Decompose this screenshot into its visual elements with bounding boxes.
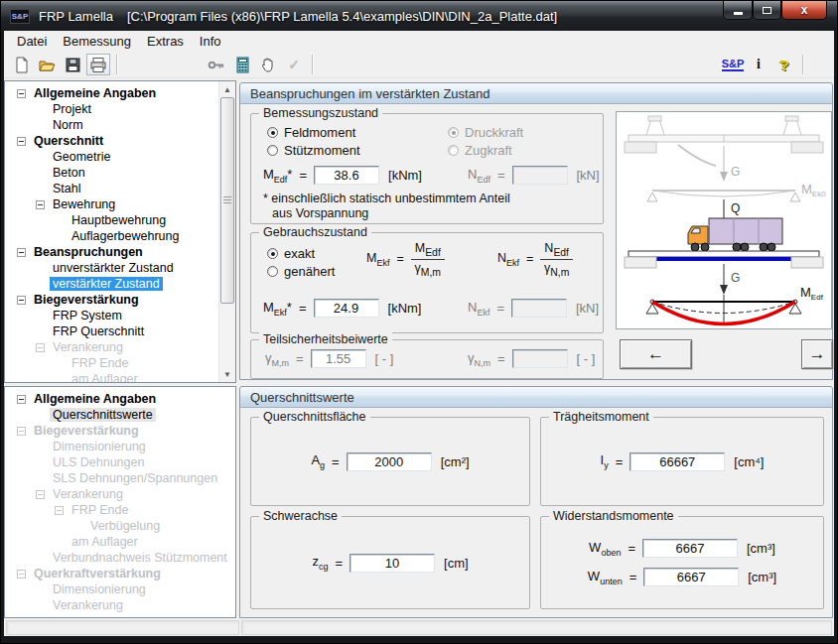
key-icon xyxy=(208,57,225,73)
previous-button[interactable]: ← xyxy=(620,339,692,369)
tree-item[interactable]: Verbundnachweis Stützmoment xyxy=(5,550,235,566)
expander-minus-icon[interactable] xyxy=(17,89,26,98)
title-bar: S&P FRP Lamella [C:\Program Files (x86)\… xyxy=(1,1,837,31)
status-cell-left xyxy=(6,620,239,635)
tree-item[interactable]: Biegeverstärkung xyxy=(5,292,217,308)
close-button[interactable]: x xyxy=(781,1,827,20)
navigation-tree-results: Allgemeine AngabenQuerschnittswerteBiege… xyxy=(4,386,236,618)
tree-item[interactable]: Biegeverstärkung xyxy=(5,423,235,439)
medf-input[interactable]: 38.6 xyxy=(314,166,379,185)
gamma-nm-field: γN,m = [ - ] xyxy=(468,349,595,368)
menu-bemessung[interactable]: Bemessung xyxy=(55,32,139,51)
tree-item[interactable]: verstärkter Zustand xyxy=(5,276,217,292)
tree-item[interactable]: Allgemeine Angaben xyxy=(5,391,235,407)
ag-input: 2000 xyxy=(347,452,432,471)
group-schwerachse: Schwerachse zcg = 10 [cm] xyxy=(250,516,530,609)
tree-item[interactable]: Bewehrung xyxy=(5,196,217,212)
tree-scrollbar[interactable]: ▲ ▼ xyxy=(218,81,235,382)
tree-item[interactable]: SLS Dehnungen/Spannungen xyxy=(5,470,235,486)
radio-label: genähert xyxy=(284,264,335,279)
tree-item[interactable]: Beanspruchungen xyxy=(5,244,217,260)
expander-minus-icon[interactable] xyxy=(17,570,26,579)
tree-item[interactable]: Stahl xyxy=(5,181,217,196)
radio-exakt[interactable]: exakt xyxy=(267,245,315,261)
tree-item[interactable]: Norm xyxy=(5,117,217,133)
panel-beanspruchungen: Beanspruchungen im verstärkten Zustand B… xyxy=(239,82,833,380)
tree-item[interactable]: FRP System xyxy=(5,308,217,323)
save-file-button[interactable] xyxy=(61,54,84,75)
frp-lamella-strip xyxy=(656,257,791,261)
tree-item[interactable]: am Auflager xyxy=(5,534,235,550)
tree-item[interactable]: FRP Ende xyxy=(5,502,235,518)
expander-minus-icon[interactable] xyxy=(55,506,64,515)
calculate-button[interactable] xyxy=(230,54,254,75)
new-document-button[interactable] xyxy=(9,54,33,75)
menu-info[interactable]: Info xyxy=(192,32,229,51)
expander-minus-icon[interactable] xyxy=(36,200,45,209)
expander-minus-icon[interactable] xyxy=(17,427,26,436)
menu-extras[interactable]: Extras xyxy=(139,32,192,51)
tree-item[interactable]: Querschnittswerte xyxy=(5,407,235,423)
expander-minus-icon[interactable] xyxy=(36,490,45,499)
radio-stuetzmoment[interactable]: Stützmoment xyxy=(267,142,360,158)
help-button[interactable]: ? xyxy=(772,54,796,75)
tree-item[interactable]: Hauptbewehrung xyxy=(5,212,217,228)
tree-item-label: Beanspruchungen xyxy=(31,245,146,259)
tree-item-label: Beton xyxy=(50,166,88,180)
tree-item[interactable]: Querkraftverstärkung xyxy=(5,566,235,581)
expander-minus-icon[interactable] xyxy=(17,137,26,146)
sp-brand-button[interactable]: S&P xyxy=(721,54,745,75)
tree-item[interactable]: Verbügelung xyxy=(5,518,235,534)
expander-minus-icon[interactable] xyxy=(36,343,45,352)
minimize-button[interactable] xyxy=(723,1,753,20)
mekf-input[interactable]: 24.9 xyxy=(314,299,379,318)
tree-item[interactable]: ULS Dehnungen xyxy=(5,454,235,470)
tree-item[interactable]: Verankerung xyxy=(5,339,217,355)
confirm-button[interactable]: ✓ xyxy=(282,54,306,75)
tree-item-label: am Auflager xyxy=(69,535,141,549)
tree-item[interactable]: FRP Ende xyxy=(5,355,217,371)
maximize-icon xyxy=(763,7,771,14)
radio-druckkraft: Druckkraft xyxy=(448,124,523,140)
tree-item[interactable]: Geometrie xyxy=(5,149,217,165)
license-key-button[interactable] xyxy=(205,54,228,75)
tree-item[interactable]: unverstärkter Zustand xyxy=(5,260,217,276)
tree-item-label: Querkraftverstärkung xyxy=(31,567,164,580)
tree-item[interactable]: Auflagerbewehrung xyxy=(5,228,217,244)
print-icon xyxy=(89,57,107,73)
wunten-input: 6667 xyxy=(643,568,739,586)
info-button[interactable]: i xyxy=(747,54,770,75)
tree-item[interactable]: Dimensionierung xyxy=(5,581,235,597)
tree-item[interactable]: Beton xyxy=(5,165,217,181)
tree-item[interactable]: Verankerung xyxy=(5,597,235,613)
radio-feldmoment[interactable]: Feldmoment xyxy=(267,124,355,140)
expander-minus-icon[interactable] xyxy=(17,296,26,305)
expander-minus-icon[interactable] xyxy=(17,395,26,404)
print-button[interactable] xyxy=(86,54,110,75)
calculator-icon xyxy=(235,57,250,73)
group-querschnittsflaeche: Querschnittsfläche Ag = 2000 [cm²] xyxy=(250,417,530,506)
tree-item[interactable]: am Auflager xyxy=(5,371,217,383)
tree-item-label: Verankerung xyxy=(50,487,126,501)
expander-minus-icon[interactable] xyxy=(17,248,26,257)
pan-hand-button[interactable] xyxy=(256,54,280,75)
scroll-up-icon[interactable]: ▲ xyxy=(219,81,235,97)
open-file-button[interactable] xyxy=(35,54,59,75)
tree-item[interactable]: Querschnitt xyxy=(5,133,217,149)
tree-item[interactable]: Allgemeine Angaben xyxy=(5,85,217,101)
radio-label: exakt xyxy=(284,246,315,261)
tree-item[interactable]: Verankerung xyxy=(5,486,235,502)
scroll-down-icon[interactable]: ▼ xyxy=(219,366,235,382)
moment-edf-label: MEdf xyxy=(800,285,824,302)
tree-item[interactable]: Dimensionierung xyxy=(5,439,235,454)
next-button[interactable]: → xyxy=(801,339,833,369)
radio-genaehert[interactable]: genähert xyxy=(267,263,335,279)
menu-datei[interactable]: Datei xyxy=(9,32,55,51)
toolbar-separator xyxy=(312,55,313,74)
tree-item[interactable]: Projekt xyxy=(5,101,217,117)
tree-item[interactable]: FRP Querschnitt xyxy=(5,323,217,339)
scrollbar-thumb[interactable] xyxy=(220,97,234,304)
tree-item-label: FRP Ende xyxy=(69,356,131,370)
maximize-button[interactable] xyxy=(753,1,781,20)
check-icon: ✓ xyxy=(288,57,300,72)
